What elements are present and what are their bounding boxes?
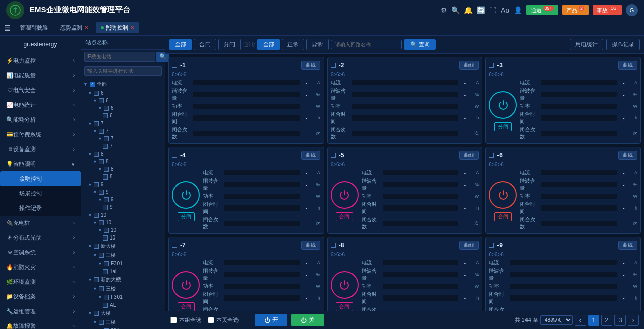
page-size-select[interactable]: 48条/页 [540,315,573,325]
tree-checkbox[interactable] [99,190,104,195]
list-item[interactable]: ▼ F301 [81,293,165,301]
list-item[interactable]: ▼ 7 [81,127,165,135]
card-5-curve-btn[interactable]: 曲线 [459,151,479,160]
tree-search-input[interactable] [84,52,155,62]
tree-checkbox[interactable] [94,277,99,282]
list-item[interactable]: 7 [81,142,165,150]
card-8-power-btn[interactable] [331,271,359,299]
tree-checkbox[interactable] [103,113,108,118]
tree-checkbox[interactable] [103,235,108,241]
list-item[interactable]: ▼ 9 [81,188,165,196]
card-3-power-btn[interactable] [489,91,517,119]
card-8-checkbox[interactable] [331,243,336,248]
next-page-btn[interactable]: › [628,315,639,326]
tree-checkbox[interactable] [94,182,99,187]
card-4-checkbox[interactable] [172,153,177,158]
list-item[interactable]: ▼ 8 [81,150,165,158]
tree-checkbox[interactable] [99,129,104,134]
tong-btn[interactable]: 通道 39+ [526,5,558,15]
card-3-checkbox[interactable] [489,63,494,68]
page-all-check[interactable]: 本页全选 [208,316,239,324]
sidebar-item-fire[interactable]: 🔥消防火灾 › [0,260,81,275]
list-item[interactable]: ▼ 三楼 [81,318,165,327]
refresh-icon[interactable]: 🔄 [477,6,485,14]
tree-checkbox[interactable] [99,220,104,225]
font-icon[interactable]: Aα [501,6,509,14]
bell-icon[interactable]: 🔔 [464,6,473,14]
filter-btn-abnormal[interactable]: 异常 [306,39,329,50]
list-item[interactable]: ▼ 三楼 [81,284,165,293]
tab-lighting[interactable]: 照明控制 ✕ [96,22,139,33]
tree-checkbox[interactable] [94,121,99,126]
filter-name-input[interactable] [331,40,402,49]
page-2-btn[interactable]: 2 [601,315,612,326]
list-item[interactable]: ▼ 大楼 [81,309,165,318]
card-8-curve-btn[interactable]: 曲线 [459,241,479,250]
tree-checkbox[interactable] [99,98,104,103]
tree-checkbox[interactable] [99,320,104,325]
menu-icon[interactable]: ☰ [4,24,11,32]
card-4-curve-btn[interactable]: 曲线 [301,151,320,160]
list-item[interactable]: ▼ 8 [81,165,165,173]
page-all-checkbox[interactable] [208,317,214,323]
list-item[interactable]: ▼ 8 [81,158,165,165]
sidebar-item-env[interactable]: 🌿环境监测 › [0,275,81,289]
avatar[interactable]: G [626,4,638,16]
filter-btn-he[interactable]: 合闸 [194,39,216,50]
sidebar-item-device-monitor[interactable]: 🖥设备监测 › [0,142,81,157]
page-1-btn[interactable]: 1 [588,315,599,326]
list-item[interactable]: ▼ 新的大楼 [81,275,165,284]
group-all-checkbox[interactable] [170,317,177,323]
tree-checkbox[interactable] [103,174,108,180]
filter-query-btn[interactable]: 🔍 查询 [404,39,436,50]
tree-checkbox[interactable] [104,167,109,172]
sidebar-item-energy-analysis[interactable]: 🔍能耗分析 › [0,112,81,127]
card-6-curve-btn[interactable]: 曲线 [618,151,637,160]
settings-icon[interactable]: ⚙ [441,6,447,14]
tree-checkbox[interactable] [104,106,109,111]
card-6-power-btn[interactable] [489,181,517,209]
card-6-checkbox[interactable] [489,153,494,158]
card-2-curve-btn[interactable]: 曲线 [459,61,479,70]
tree-checkbox[interactable] [99,286,104,291]
list-item[interactable]: ▼ 6 [81,89,165,97]
tree-checkbox[interactable] [104,261,109,266]
sidebar-item-charging[interactable]: 🔌充电桩 › [0,216,81,230]
list-item[interactable]: ▼ 9 [81,196,165,203]
list-item[interactable]: AL [81,301,165,309]
list-item[interactable]: ▼ F301 [81,260,165,267]
expand-icon[interactable]: ⛶ [489,6,496,14]
tree-checkbox[interactable] [94,311,99,316]
list-item[interactable]: 8 [81,173,165,181]
list-item[interactable]: 6 [81,112,165,119]
list-item[interactable]: ▼ 新大楼 [81,242,165,251]
list-item[interactable]: ▼ 10 [81,219,165,226]
group-all-check[interactable]: 本组全选 [170,316,201,324]
sidebar-item-smart-lighting[interactable]: 💡智能照明 ∨ [0,157,81,171]
sidebar-item-energy-stat[interactable]: 📈电能统计 › [0,98,81,112]
filter-btn-normal[interactable]: 正常 [282,39,304,50]
tree-checkbox[interactable] [103,144,108,149]
card-3-curve-btn[interactable]: 曲线 [618,61,637,70]
list-item[interactable]: 10 [81,234,165,242]
tree-checkbox[interactable] [94,213,99,218]
tree-checkbox-all[interactable]: ✓ [90,82,95,87]
list-item[interactable]: ▼ 7 [81,119,165,127]
list-item[interactable]: 9 [81,203,165,211]
list-item[interactable]: ▼ 10 [81,211,165,219]
tree-checkbox[interactable] [94,152,99,157]
sidebar-item-power-monitor[interactable]: ⚡电力监控 › [0,53,81,68]
tree-checkbox[interactable] [94,91,99,96]
sidebar-item-safety[interactable]: 🛡电气安全 › [0,83,81,98]
list-item[interactable]: ▼ 7 [81,135,165,142]
card-5-power-btn[interactable] [331,181,359,209]
filter-btn-fen[interactable]: 分闸 [218,39,241,50]
list-item[interactable]: ▼ 10 [81,226,165,234]
stat-btn[interactable]: 用电统计 [570,39,603,50]
card-9-curve-btn[interactable]: 曲线 [618,241,637,250]
tree-checkbox[interactable] [103,205,108,210]
card-2-checkbox[interactable] [331,63,336,68]
prod-btn[interactable]: 产品 2 [562,5,589,15]
tree-item-all[interactable]: ▼ ✓ 全部 [81,80,165,89]
card-9-checkbox[interactable] [489,243,494,248]
